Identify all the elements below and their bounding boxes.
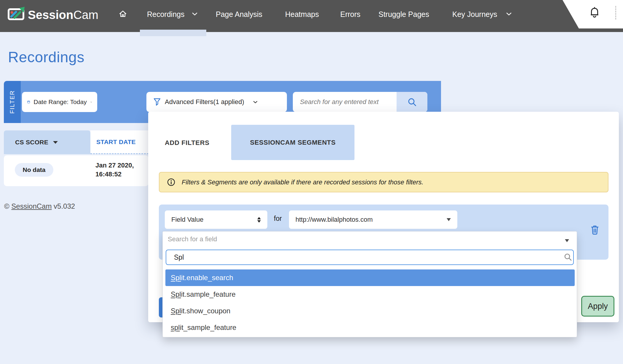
field-type-select[interactable]: Field Value	[165, 210, 267, 229]
advanced-filters-button[interactable]: Advanced Filters(1 applied)	[146, 92, 287, 112]
text-search-input[interactable]	[293, 92, 397, 112]
option-matched-text: Spl	[171, 290, 181, 298]
option-rest-text: it.enable_search	[181, 274, 233, 282]
nav-item-struggle-pages[interactable]: Struggle Pages	[378, 10, 429, 19]
field-type-value: Field Value	[171, 216, 203, 223]
page-title: Recordings	[8, 49, 84, 66]
search-icon	[407, 97, 417, 107]
delete-filter-button[interactable]	[588, 223, 602, 237]
field-option[interactable]: Split.enable_search	[165, 269, 575, 286]
cs-score-badge: No data	[15, 163, 53, 177]
dropdown-caret-icon	[447, 218, 451, 221]
version-label: v5.032	[54, 202, 75, 210]
column-header-start-date[interactable]: START DATE	[90, 130, 148, 154]
nav-item-heatmaps[interactable]: Heatmaps	[285, 10, 319, 19]
more-options-icon[interactable]	[615, 6, 616, 20]
funnel-icon	[154, 98, 161, 106]
text-search-box	[293, 92, 427, 112]
notice-banner: Filters & Segments are only available if…	[159, 172, 608, 192]
site-select-value: http://www.bilalphotos.com	[295, 216, 373, 223]
option-matched-text: spl	[171, 323, 180, 331]
start-date-value: Jan 27 2020, 16:48:52	[95, 161, 134, 179]
field-search-input[interactable]	[166, 250, 574, 265]
option-rest-text: it.show_coupon	[181, 307, 231, 315]
filter-tab-label: FILTER	[9, 90, 16, 114]
trash-icon	[590, 225, 599, 235]
for-label: for	[274, 215, 282, 223]
dropdown-caret-icon	[565, 239, 569, 242]
search-button[interactable]	[397, 92, 427, 112]
date-range-button[interactable]: Date Range: Today	[22, 92, 97, 112]
info-icon	[167, 178, 175, 186]
chevron-down-icon	[192, 12, 197, 16]
table-row[interactable]: No data Jan 27 2020, 16:48:52	[4, 155, 148, 186]
field-search-placeholder[interactable]: Search for a field	[168, 235, 217, 243]
advanced-filters-label: Advanced Filters(1 applied)	[165, 98, 244, 106]
date-range-label: Date Range: Today	[33, 98, 87, 106]
field-options-list: Split.enable_search Split.sample_feature…	[165, 269, 575, 336]
home-icon[interactable]	[119, 10, 127, 19]
brand-name: SessionCam	[28, 7, 98, 23]
nav-item-page-analysis[interactable]: Page Analysis	[216, 10, 262, 19]
sessioncam-footer-link[interactable]: SessionCam	[11, 202, 52, 210]
copyright-symbol: ©	[4, 202, 9, 210]
chevron-down-icon	[90, 101, 92, 103]
field-option[interactable]: Split.show_coupon	[165, 303, 575, 319]
field-option[interactable]: split_sample_feature	[165, 319, 575, 336]
start-date-header-label: START DATE	[96, 138, 136, 146]
notice-text: Filters & Segments are only available if…	[182, 178, 424, 186]
filter-collapse-tab[interactable]: FILTER	[4, 81, 21, 123]
brand-session: Session	[28, 8, 73, 22]
footer-copyright: © SessionCam v5.032	[4, 202, 75, 210]
sort-descending-icon	[53, 141, 58, 144]
nav-item-key-journeys[interactable]: Key Journeys	[452, 10, 497, 19]
nav-item-recordings[interactable]: Recordings	[147, 10, 184, 19]
sessioncam-logo[interactable]	[7, 7, 25, 22]
notifications-bell-icon[interactable]	[589, 7, 600, 21]
start-date-line1: Jan 27 2020,	[95, 161, 134, 170]
brand-cam: Cam	[73, 8, 98, 22]
search-icon	[564, 253, 572, 261]
tab-sessioncam-segments[interactable]: SESSIONCAM SEGMENTS	[231, 125, 354, 160]
option-rest-text: it_sample_feature	[180, 323, 237, 331]
tab-add-filters[interactable]: ADD FILTERS	[165, 139, 209, 147]
site-select[interactable]: http://www.bilalphotos.com	[289, 210, 457, 229]
option-matched-text: Spl	[171, 307, 181, 315]
sessioncam-logo-icon	[7, 7, 25, 22]
chevron-down-icon	[506, 12, 512, 16]
start-date-line2: 16:48:52	[95, 170, 134, 179]
field-search-combobox: Search for a field Split.enable_search S…	[162, 231, 577, 337]
option-rest-text: it.sample_feature	[181, 290, 236, 298]
column-header-cs-score[interactable]: CS SCORE	[4, 130, 90, 154]
apply-button[interactable]: Apply	[581, 296, 614, 317]
active-tab-indicator	[140, 30, 206, 36]
calendar-icon	[27, 98, 30, 106]
unfold-arrows-icon	[257, 217, 261, 223]
advanced-filters-panel: ADD FILTERS SESSIONCAM SEGMENTS Filters …	[148, 112, 619, 322]
cs-score-header-label: CS SCORE	[15, 139, 48, 146]
field-option[interactable]: Split.sample_feature	[165, 286, 575, 303]
nav-item-errors[interactable]: Errors	[340, 10, 360, 19]
chevron-down-icon	[253, 101, 258, 103]
option-matched-text: Spl	[171, 274, 181, 282]
